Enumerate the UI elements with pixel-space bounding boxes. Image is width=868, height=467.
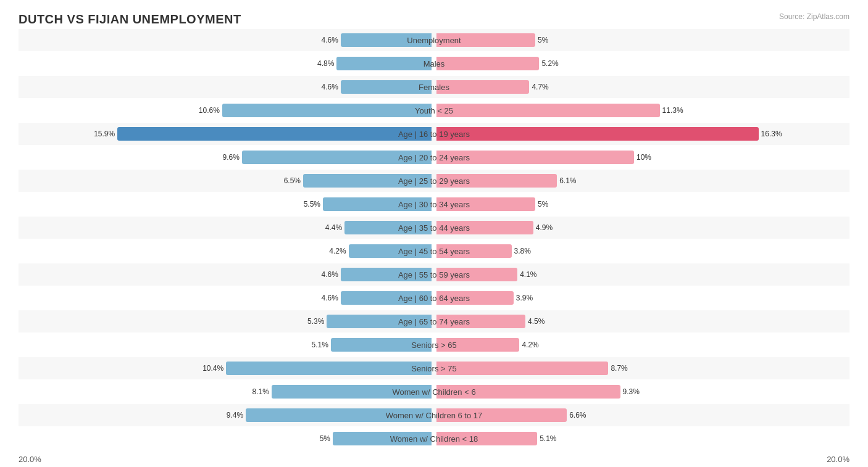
bar-dutch: 4.6%: [341, 268, 432, 281]
dutch-value: 10.6%: [199, 106, 220, 115]
dutch-value: 4.6%: [321, 270, 338, 279]
right-side: 3.9%: [434, 287, 849, 309]
bar-fijian: 4.7%: [436, 80, 529, 94]
fijian-value: 4.7%: [532, 83, 548, 91]
fijian-value: 4.1%: [520, 270, 536, 279]
bar-dutch: 4.6%: [341, 33, 432, 47]
fijian-value: 5%: [538, 200, 548, 209]
bar-dutch: 15.9%: [117, 127, 432, 141]
bar-dutch: 5.1%: [331, 338, 432, 352]
left-side: 4.6%: [19, 263, 434, 286]
bar-fijian: 4.2%: [436, 338, 519, 352]
bar-dutch: 10.6%: [222, 104, 432, 117]
fijian-value: 10%: [636, 153, 651, 162]
chart-row: 4.6% Age | 55 to 59 years 4.1%: [19, 263, 849, 286]
right-side: 5.2%: [434, 52, 849, 75]
chart-row: 15.9% Age | 16 to 19 years 16.3%: [19, 123, 849, 145]
fijian-value: 3.9%: [516, 294, 533, 302]
dutch-value: 15.9%: [94, 130, 115, 138]
left-side: 8.1%: [19, 381, 434, 403]
dutch-value: 5%: [320, 434, 330, 443]
left-side: 9.4%: [19, 404, 434, 426]
dutch-value: 4.8%: [317, 59, 334, 68]
right-side: 4.9%: [434, 217, 849, 239]
left-side: 5.3%: [19, 310, 434, 333]
bar-dutch: 9.6%: [242, 151, 432, 164]
dutch-value: 6.5%: [284, 176, 301, 185]
axis-right: 20.0%: [434, 455, 849, 464]
chart-container: DUTCH VS FIJIAN UNEMPLOYMENT Source: Zip…: [0, 0, 868, 467]
bar-fijian: 6.6%: [436, 408, 567, 422]
chart-title: DUTCH VS FIJIAN UNEMPLOYMENT: [19, 12, 241, 27]
right-side: 6.6%: [434, 404, 849, 426]
right-side: 4.5%: [434, 310, 849, 333]
dutch-value: 5.1%: [311, 341, 328, 349]
bar-fijian: 4.1%: [436, 268, 517, 281]
left-side: 4.6%: [19, 287, 434, 309]
left-side: 4.6%: [19, 76, 434, 98]
bar-dutch: 4.4%: [344, 221, 432, 234]
fijian-value: 4.5%: [528, 317, 545, 326]
right-side: 11.3%: [434, 99, 849, 122]
left-side: 9.6%: [19, 146, 434, 168]
bar-dutch: 10.4%: [226, 362, 432, 375]
dutch-value: 4.4%: [325, 223, 342, 232]
bar-fijian: 10%: [436, 151, 634, 164]
axis-row: 20.0% 20.0%: [19, 455, 849, 464]
fijian-value: 5%: [538, 36, 548, 44]
bar-fijian: 5%: [436, 197, 535, 211]
dutch-value: 4.2%: [329, 247, 346, 255]
right-side: 5.1%: [434, 428, 849, 450]
chart-row: 5.3% Age | 65 to 74 years 4.5%: [19, 310, 849, 333]
chart-row: 10.6% Youth < 25 11.3%: [19, 99, 849, 122]
left-side: 4.8%: [19, 52, 434, 75]
bar-dutch: 6.5%: [303, 174, 432, 188]
chart-row: 9.6% Age | 20 to 24 years 10%: [19, 146, 849, 168]
dutch-value: 5.3%: [307, 317, 324, 326]
dutch-value: 5.5%: [304, 200, 320, 209]
bar-fijian: 3.9%: [436, 291, 514, 305]
chart-row: 5% Women w/ Children < 18 5.1%: [19, 428, 849, 450]
bar-fijian: 5%: [436, 33, 535, 47]
left-side: 10.4%: [19, 357, 434, 379]
bar-fijian: 6.1%: [436, 174, 557, 188]
bar-fijian: 4.9%: [436, 221, 533, 234]
fijian-value: 3.8%: [514, 247, 531, 255]
fijian-value: 6.6%: [569, 411, 586, 419]
left-side: 10.6%: [19, 99, 434, 122]
right-side: 16.3%: [434, 123, 849, 145]
source-label: Source: ZipAtlas.com: [779, 12, 849, 21]
dutch-value: 9.6%: [222, 153, 239, 162]
chart-area: 4.6% Unemployment 5% 4.8% Males 5.2% 4.6…: [19, 29, 849, 450]
right-side: 3.8%: [434, 240, 849, 262]
chart-row: 10.4% Seniors > 75 8.7%: [19, 357, 849, 379]
left-side: 15.9%: [19, 123, 434, 145]
right-side: 9.3%: [434, 381, 849, 403]
bar-fijian: 5.1%: [436, 432, 537, 445]
right-side: 10%: [434, 146, 849, 168]
chart-row: 5.1% Seniors > 65 4.2%: [19, 334, 849, 356]
left-side: 4.2%: [19, 240, 434, 262]
fijian-value: 8.7%: [611, 364, 627, 373]
dutch-value: 4.6%: [321, 83, 338, 91]
bar-dutch: 4.6%: [341, 291, 432, 305]
dutch-value: 10.4%: [202, 364, 223, 373]
bar-fijian: 8.7%: [436, 362, 608, 375]
fijian-value: 16.3%: [761, 130, 782, 138]
fijian-value: 5.2%: [541, 59, 558, 68]
bar-dutch: 5%: [333, 432, 432, 445]
right-side: 4.7%: [434, 76, 849, 98]
bar-dutch: 4.2%: [349, 244, 432, 258]
bar-fijian: 16.3%: [436, 127, 759, 141]
bar-dutch: 4.6%: [341, 80, 432, 94]
left-side: 6.5%: [19, 170, 434, 192]
right-side: 4.1%: [434, 263, 849, 286]
right-side: 5%: [434, 193, 849, 215]
dutch-value: 9.4%: [227, 411, 243, 419]
bar-dutch: 8.1%: [272, 385, 432, 399]
fijian-value: 4.9%: [536, 223, 553, 232]
chart-row: 4.6% Age | 60 to 64 years 3.9%: [19, 287, 849, 309]
bar-fijian: 3.8%: [436, 244, 512, 258]
right-side: 4.2%: [434, 334, 849, 356]
fijian-value: 11.3%: [662, 106, 683, 115]
